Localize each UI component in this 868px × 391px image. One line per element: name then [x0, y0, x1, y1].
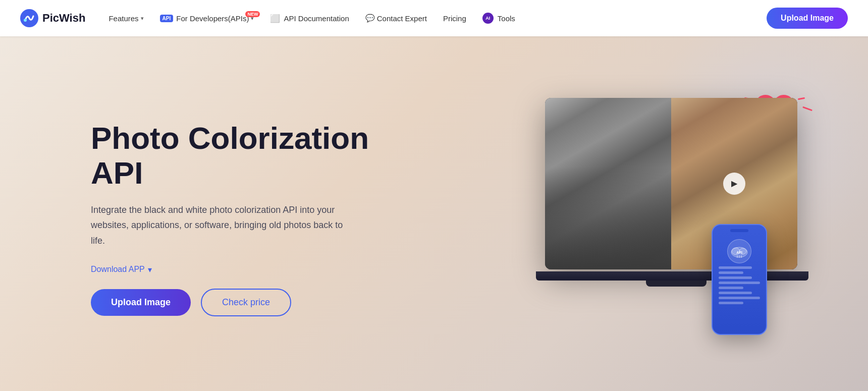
nav-upload-button[interactable]: Upload Image — [767, 8, 848, 29]
phone-line-3 — [719, 276, 752, 279]
check-price-button[interactable]: Check price — [201, 289, 291, 316]
nav-item-tools[interactable]: AI Tools — [475, 9, 522, 28]
phone-line-2 — [719, 271, 743, 274]
phone-illustration: API — [712, 224, 767, 335]
phone-line-8 — [719, 302, 743, 304]
api-icon: API — [160, 15, 174, 22]
phone-api-label: API — [727, 239, 751, 263]
hero-title: Photo Colorization API — [91, 121, 394, 190]
phone-line-5 — [719, 287, 743, 289]
laptop-base — [536, 271, 808, 281]
nav-label-api-docs: API Documentation — [284, 14, 349, 23]
hero-buttons: Upload Image Check price — [91, 289, 394, 316]
hero-content: Photo Colorization API Integrate the bla… — [91, 121, 394, 316]
new-badge: NEW — [245, 11, 260, 17]
hero-description: Integrate the black and white photo colo… — [91, 202, 353, 249]
laptop-illustration: ▶ — [545, 98, 807, 295]
laptop-stand — [646, 281, 707, 287]
phone-line-6 — [719, 292, 752, 294]
navbar: PicWish Features ▾ API For Developers(AP… — [0, 0, 868, 36]
nav-label-developers: For Developers(APIs) — [176, 14, 249, 23]
nav-item-features[interactable]: Features ▾ — [101, 10, 150, 27]
logo-icon — [20, 9, 38, 27]
phone-content-lines — [713, 266, 766, 304]
phone-notch — [730, 229, 748, 232]
nav-item-api-docs[interactable]: ⬜ API Documentation — [263, 10, 356, 27]
logo-text: PicWish — [42, 12, 85, 25]
upload-image-button[interactable]: Upload Image — [91, 289, 191, 316]
nav-label-tools: Tools — [498, 14, 515, 23]
cloud-api-icon: API — [730, 244, 748, 258]
download-app-link[interactable]: Download APP ▾ — [91, 265, 152, 274]
chevron-down-icon-3: ▾ — [148, 265, 152, 274]
nav-item-contact[interactable]: 💬 Contact Expert — [358, 10, 434, 27]
nav-label-features: Features — [108, 14, 138, 23]
chevron-down-icon: ▾ — [141, 15, 144, 22]
play-button[interactable]: ▶ — [723, 173, 745, 195]
hero-section: Photo Colorization API Integrate the bla… — [0, 36, 868, 391]
hero-illustration: API ▶ — [515, 98, 807, 340]
nav-item-pricing[interactable]: Pricing — [436, 10, 473, 27]
nav-label-contact: Contact Expert — [377, 14, 427, 23]
nav-item-developers[interactable]: API For Developers(APIs) ▾ NEW — [153, 10, 261, 27]
doc-icon: ⬜ — [270, 14, 280, 23]
nav-items: Features ▾ API For Developers(APIs) ▾ NE… — [101, 9, 767, 28]
chat-icon: 💬 — [365, 14, 375, 23]
phone-line-7 — [719, 297, 760, 299]
phone-line-1 — [719, 266, 752, 269]
logo[interactable]: PicWish — [20, 9, 85, 27]
download-app-label: Download APP — [91, 265, 145, 274]
svg-text:API: API — [736, 251, 742, 254]
svg-point-1 — [24, 19, 27, 22]
nav-label-pricing: Pricing — [443, 14, 466, 23]
ai-icon: AI — [482, 13, 494, 24]
bw-photo-half — [545, 98, 671, 269]
bw-couple — [545, 98, 671, 269]
phone-line-4 — [719, 282, 760, 284]
